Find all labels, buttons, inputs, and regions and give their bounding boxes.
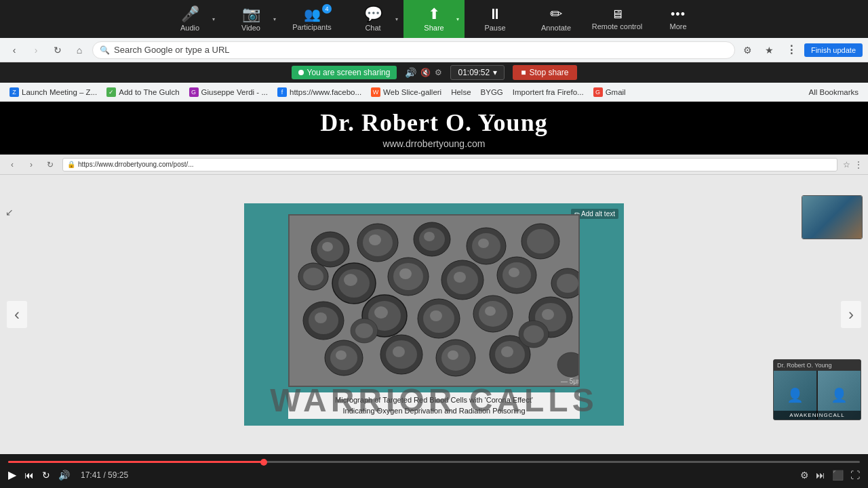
inner-browser-bar: ‹ › ↻ 🔒 https://www.drrobertyoung.com/po… [0, 155, 868, 175]
inner-forward-btn[interactable]: › [24, 158, 38, 171]
inner-address-text: https://www.drrobertyoung.com/post/... [78, 161, 194, 168]
fullscreen-button[interactable]: ⛶ [850, 470, 860, 481]
bookmark-helse[interactable]: Helse [447, 87, 475, 98]
audio-tool[interactable]: 🎤 Audio ▾ [159, 0, 220, 38]
progress-bar[interactable] [8, 461, 860, 463]
playback-right-controls: ⚙ ⏭ ⬛ ⛶ [800, 470, 860, 481]
zoom-toolbar: 🎤 Audio ▾ 📷 Video ▾ 👥 4 Participants 💬 C… [0, 0, 868, 38]
microscopy-image: — 5μm [288, 214, 580, 387]
micro-caption: Micrograph of Targeted Red Blood Cells w… [288, 392, 580, 419]
inner-address-lock: 🔒 [67, 161, 75, 168]
next-slide-button[interactable]: › [841, 301, 861, 328]
share-icon: ⬆ [428, 7, 440, 22]
video-panel-header: Dr. Robert O. Young [774, 360, 861, 371]
sharing-dot [298, 70, 304, 75]
extensions-button[interactable]: ⚙ [739, 41, 757, 59]
video-tool[interactable]: 📷 Video ▾ [220, 0, 281, 38]
more-tool[interactable]: ••• More [648, 0, 709, 38]
next-video-button[interactable]: ⏭ [816, 470, 825, 481]
volume-button[interactable]: 🔊 [58, 470, 70, 481]
bookmark-all[interactable]: All Bookmarks [805, 87, 863, 98]
svg-point-60 [355, 323, 373, 338]
theater-mode-button[interactable]: ⬛ [832, 470, 844, 481]
bookmark-label-6: Helse [451, 88, 471, 96]
bookmark-webslice[interactable]: W Web Slice-galleri [367, 86, 446, 98]
bookmark-favicon-3: G [189, 87, 199, 97]
sharing-indicator: You are screen sharing [292, 66, 397, 79]
total-time: 59:25 [108, 470, 128, 480]
svg-point-36 [430, 310, 442, 321]
mic-settings-icon: ⚙ [435, 68, 442, 77]
bookmarks-bar: Z Launch Meeting – Z... ✓ Add to The Gul… [0, 83, 868, 102]
play-button[interactable]: ▶ [8, 468, 16, 481]
refresh-button[interactable]: ↻ [49, 41, 66, 59]
timer-dropdown: ▾ [493, 68, 497, 77]
bookmark-importert[interactable]: Importert fra Firefo... [509, 87, 588, 98]
sharing-text: You are screen sharing [307, 68, 391, 77]
bookmark-favicon-5: W [371, 87, 380, 97]
svg-point-56 [303, 268, 323, 285]
inner-refresh-btn[interactable]: ↻ [43, 158, 57, 171]
bookmark-favicon-4: f [277, 87, 287, 97]
bookmark-facebook[interactable]: f https://www.facebo... [273, 86, 366, 98]
video-panel: Dr. Robert O. Young 👤 👤 AWAKENINGCALL [773, 359, 861, 420]
bookmark-add-gulch[interactable]: ✓ Add to The Gulch [102, 86, 183, 98]
audio-label: Audio [180, 24, 199, 32]
bookmark-verdi[interactable]: G Giuseppe Verdi - ... [185, 86, 272, 98]
remote-label: Remote control [592, 22, 643, 30]
playback-controls: ▶ ⏮ ↻ 🔊 17:41 / 59:25 ⚙ ⏭ ⬛ ⛶ [8, 468, 860, 481]
inner-back-btn[interactable]: ‹ [5, 158, 19, 171]
skip-back-button[interactable]: ⏮ [24, 470, 34, 481]
audio-dropdown-arrow: ▾ [212, 16, 215, 22]
time-display: 17:41 / 59:25 [81, 470, 128, 480]
bookmark-button[interactable]: ★ [761, 41, 778, 59]
share-tool[interactable]: ⬆ Share ▾ [403, 0, 465, 38]
svg-point-4 [322, 242, 333, 251]
svg-point-42 [542, 309, 554, 320]
address-bar[interactable]: 🔍 Search Google or type a URL [92, 41, 735, 59]
playback-bar: ▶ ⏮ ↻ 🔊 17:41 / 59:25 ⚙ ⏭ ⬛ ⛶ [0, 454, 868, 488]
bookmark-favicon: Z [9, 87, 19, 97]
share-dropdown-arrow: ▾ [456, 16, 459, 22]
prev-slide-button[interactable]: ‹ [7, 301, 27, 328]
search-icon: 🔍 [100, 45, 110, 55]
svg-point-45 [336, 350, 347, 360]
chat-tool[interactable]: 💬 Chat ▾ [342, 0, 403, 38]
bookmark-bygg[interactable]: BYGG [477, 87, 507, 98]
bookmark-launch-meeting[interactable]: Z Launch Meeting – Z... [5, 86, 101, 98]
bookmark-label-9: Gmail [606, 88, 626, 96]
back-button[interactable]: ‹ [5, 41, 23, 59]
main-content-area: Dr. Robert O. Young www.drrobertyoung.co… [0, 102, 868, 454]
stop-share-button[interactable]: ■ Stop share [513, 65, 576, 80]
video-panel-label: AWAKENINGCALL [774, 411, 861, 420]
participants-tool[interactable]: 👥 4 Participants [281, 0, 342, 38]
svg-point-15 [527, 229, 554, 253]
bookmark-gmail[interactable]: G Gmail [589, 86, 630, 98]
audio-icon: 🎤 [181, 7, 199, 22]
finish-update-button[interactable]: Finish update [804, 43, 863, 57]
participant-video [802, 196, 862, 239]
current-time: 17:41 [81, 470, 101, 480]
annotate-tool[interactable]: ✏ Annotate [526, 0, 587, 38]
settings-button[interactable]: ⚙ [800, 470, 809, 481]
progress-handle[interactable] [260, 459, 267, 466]
sharing-timer[interactable]: 01:09:52 ▾ [450, 65, 505, 80]
home-button[interactable]: ⌂ [71, 41, 88, 59]
more-icon: ••• [671, 8, 686, 20]
participants-label: Participants [292, 23, 331, 31]
annotate-icon: ✏ [550, 7, 562, 22]
bookmark-favicon-gmail: G [593, 87, 603, 97]
inner-address-bar[interactable]: 🔒 https://www.drrobertyoung.com/post/... [62, 158, 837, 171]
expand-icon[interactable]: ↙ [5, 207, 14, 218]
pause-tool[interactable]: ⏸ Pause [465, 0, 526, 38]
bookmark-label-4: https://www.facebo... [290, 88, 361, 96]
svg-point-7 [369, 235, 381, 245]
inner-settings-icon: ☆ [843, 160, 850, 169]
svg-point-18 [344, 274, 357, 286]
remote-control-tool[interactable]: 🖥 Remote control [587, 0, 648, 38]
chrome-menu-button[interactable]: ⋮ [783, 41, 800, 59]
micro-slide: ✏ Add alt text [244, 203, 624, 426]
skip-forward-button[interactable]: ↻ [42, 470, 50, 481]
svg-point-13 [478, 239, 489, 248]
forward-button[interactable]: › [27, 41, 45, 59]
